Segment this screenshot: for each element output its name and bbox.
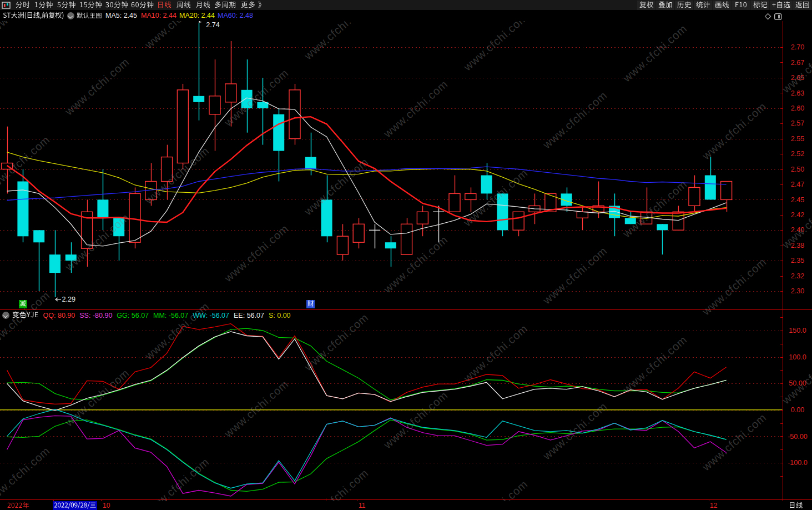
bottom-axis-bar: 101112	[0, 501, 812, 510]
toolbar-period-11[interactable]	[241, 0, 255, 11]
candle-down[interactable]	[49, 230, 60, 297]
toolbar-period-7[interactable]	[157, 0, 172, 11]
panel-borders	[0, 11, 812, 510]
price-axis-label: 2.63	[791, 89, 805, 97]
chevron-down-icon[interactable]	[2, 312, 9, 319]
toolbar-period-2[interactable]	[34, 0, 53, 11]
candle-up[interactable]	[209, 59, 220, 151]
toolbar-period-4[interactable]	[79, 0, 103, 11]
toolbar-period-6[interactable]	[131, 0, 154, 11]
toolbar-action-3[interactable]	[675, 1, 693, 10]
indicator-axis-label: 100.0	[789, 353, 806, 361]
indicator-field-3: GG: 56.07	[117, 312, 149, 319]
toolbar-period-12[interactable]	[258, 0, 265, 11]
candle-up[interactable]	[2, 127, 13, 194]
price-axis-label: 2.32	[791, 272, 805, 280]
axis-month-label: 10	[103, 502, 110, 509]
info-bar: MA5: 2.45MA10: 2.44MA20: 2.44MA60: 2.48	[0, 11, 812, 21]
svg-text:2.74: 2.74	[206, 21, 220, 29]
indicator-name[interactable]	[12, 311, 39, 319]
candle-down[interactable]	[241, 59, 253, 133]
period-toolbar	[0, 0, 812, 11]
toolbar-action-1[interactable]	[637, 1, 655, 10]
price-axis-label: 2.52	[791, 150, 805, 158]
candle-up[interactable]	[353, 218, 364, 248]
indicator-axis-label: -100.0	[788, 459, 808, 467]
chevron-down-icon[interactable]	[67, 12, 74, 19]
toolbar-action-7[interactable]	[751, 1, 769, 10]
panel-layout-icon[interactable]	[774, 12, 782, 22]
candles	[2, 23, 732, 297]
toolbar-period-8[interactable]	[176, 0, 191, 11]
candle-up[interactable]	[673, 206, 684, 230]
indicator-field-4: MM: -56.07	[153, 312, 188, 319]
candle-up[interactable]	[337, 224, 348, 261]
selected-date-box[interactable]	[53, 501, 97, 510]
candle-down[interactable]	[705, 157, 716, 200]
indicator-field-6: EE: 56.07	[234, 312, 264, 319]
candle-up[interactable]	[721, 182, 732, 212]
candle-up[interactable]	[145, 163, 157, 206]
ma-value-4: MA60: 2.48	[218, 12, 253, 21]
price-axis-label: 2.40	[791, 226, 805, 234]
diamond-icon[interactable]	[764, 12, 771, 22]
candle-up[interactable]	[449, 176, 460, 212]
price-axis-label: 2.38	[791, 242, 805, 249]
candle-up[interactable]	[465, 187, 476, 212]
indicator-field-5: WW: -56.07	[193, 312, 229, 319]
candle-up[interactable]	[129, 187, 140, 248]
period-indicator	[789, 502, 803, 510]
candle-down[interactable]	[113, 218, 124, 261]
price-axis-label: 2.70	[791, 43, 805, 51]
toolbar-period-9[interactable]	[196, 0, 210, 11]
indicator-axis-label: 0.00	[791, 406, 805, 414]
candle-up[interactable]	[417, 206, 428, 236]
toolbar-action-5[interactable]	[713, 1, 731, 10]
stock-title[interactable]	[3, 12, 64, 21]
toolbar-period-5[interactable]	[105, 0, 129, 11]
candle-down[interactable]	[481, 163, 492, 200]
price-axis-label: 2.65	[791, 74, 805, 82]
price-axis-label: 2.55	[791, 135, 805, 143]
candle-doji[interactable]	[433, 206, 444, 242]
candle-down[interactable]	[97, 169, 108, 231]
candle-down[interactable]	[257, 78, 268, 145]
axis-month-label: 11	[359, 502, 365, 509]
indicator-field-2: SS: -80.90	[79, 312, 112, 319]
indicator-line-mm	[7, 420, 727, 492]
ma-value-2: MA10: 2.44	[141, 12, 176, 21]
layout-label[interactable]	[77, 12, 102, 21]
price-axis-label: 2.57	[791, 119, 805, 127]
candle-up[interactable]	[177, 84, 188, 169]
candle-up[interactable]	[82, 199, 93, 267]
event-marker[interactable]	[306, 300, 315, 308]
candle-up[interactable]	[513, 212, 524, 236]
ma-value-1: MA5: 2.45	[105, 12, 137, 21]
price-axis-label: 2.30	[791, 287, 805, 295]
toolbar-period-3[interactable]	[57, 0, 76, 11]
candle-up[interactable]	[689, 176, 700, 212]
toolbar-action-2[interactable]	[656, 1, 674, 10]
toolbar-action-9[interactable]	[793, 1, 811, 10]
candle-down[interactable]	[657, 224, 668, 254]
event-marker[interactable]	[19, 300, 27, 308]
candle-down[interactable]	[65, 242, 77, 273]
price-axis-label: 2.60	[791, 104, 805, 112]
candle-down[interactable]	[497, 193, 508, 236]
toolbar-action-6[interactable]	[732, 1, 750, 10]
chart-canvas: 2.702.672.652.632.602.572.552.522.502.47…	[0, 0, 812, 510]
toolbar-period-10[interactable]	[214, 0, 236, 11]
candle-up[interactable]	[401, 218, 412, 254]
toolbar-period-1[interactable]	[16, 0, 30, 11]
candle-down[interactable]	[385, 236, 396, 267]
candle-doji[interactable]	[369, 224, 380, 248]
candle-down[interactable]	[193, 23, 204, 121]
toolbar-action-4[interactable]	[694, 1, 712, 10]
price-axis-label: 2.35	[791, 257, 805, 264]
candle-up[interactable]	[289, 84, 300, 145]
candle-down[interactable]	[321, 176, 332, 243]
candle-up[interactable]	[577, 206, 588, 230]
price-axis-label: 2.50	[791, 166, 805, 173]
indicator-line-gg	[7, 328, 727, 400]
toolbar-action-8[interactable]	[770, 1, 793, 10]
